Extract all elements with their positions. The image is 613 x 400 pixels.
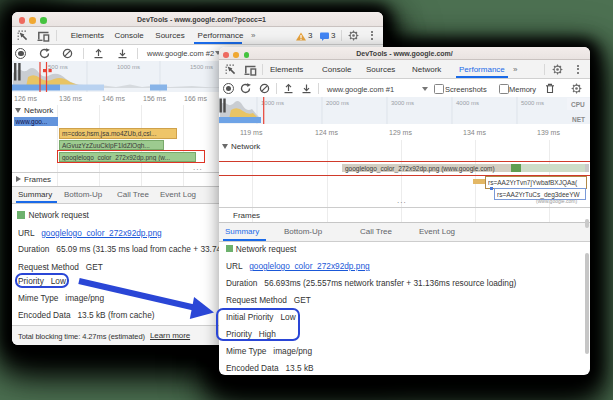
svg-text:1000 ms: 1000 ms: [261, 100, 284, 106]
svg-text:2000 ms: 2000 ms: [326, 100, 349, 106]
svg-text:4000 ms: 4000 ms: [456, 100, 479, 106]
svg-text:1000 ms: 1000 ms: [117, 64, 140, 70]
svg-text:CPU: CPU: [571, 101, 585, 108]
svg-text:NET: NET: [572, 116, 585, 123]
svg-text:3000 ms: 3000 ms: [391, 100, 414, 106]
svg-text:5000 ms: 5000 ms: [521, 100, 544, 106]
svg-text:1500 ms: 1500 ms: [190, 64, 213, 70]
